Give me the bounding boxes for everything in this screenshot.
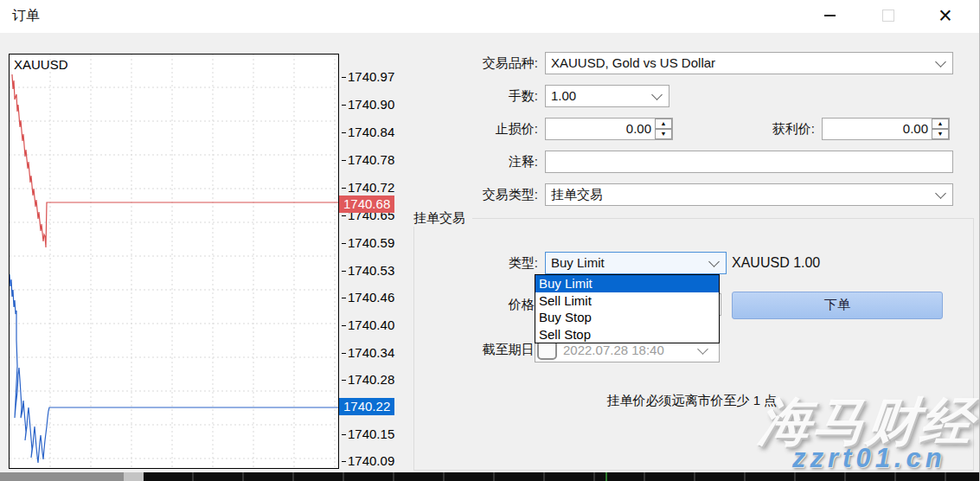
comment-input[interactable] — [545, 151, 953, 173]
trade-type-value: 挂单交易 — [551, 187, 603, 202]
chevron-down-icon — [651, 89, 663, 100]
axis-price-label: 1740.09 — [348, 453, 394, 468]
volume-select[interactable]: 1.00 — [545, 85, 669, 107]
spin-up-icon[interactable]: ▲ — [655, 119, 672, 129]
chevron-down-icon[interactable] — [697, 343, 708, 355]
ask-price-badge: 1740.68 — [339, 196, 394, 213]
axis-price-label: 1740.72 — [348, 180, 394, 195]
axis-price-label: 1740.40 — [348, 317, 394, 332]
tick-chart: XAUUSD — [9, 54, 339, 469]
chevron-down-icon — [708, 256, 720, 267]
watermark-url: zzrt01.cn — [792, 443, 946, 474]
stop-loss-value: 0.00 — [546, 119, 655, 139]
axis-price-label: 1740.84 — [348, 125, 394, 139]
symbol-value: XAUUSD, Gold vs US Dollar — [551, 55, 715, 70]
minimize-icon — [824, 15, 836, 16]
axis-tick — [605, 472, 607, 481]
chevron-down-icon — [935, 188, 946, 199]
maximize-button[interactable] — [868, 0, 908, 31]
tick-chart-canvas — [10, 55, 338, 468]
spin-down-icon[interactable]: ▼ — [932, 129, 949, 139]
volume-value: 1.00 — [551, 88, 576, 103]
axis-price-label: 1740.34 — [348, 345, 394, 360]
order-type-dropdown-list: Buy Limit Sell Limit Buy Stop Sell Stop — [535, 274, 720, 343]
axis-price-label: 1740.97 — [348, 69, 394, 84]
close-button[interactable]: × — [926, 0, 965, 31]
stop-loss-label: 止损价: — [415, 118, 538, 140]
close-icon: × — [938, 4, 952, 28]
dropdown-option-buy-stop[interactable]: Buy Stop — [535, 309, 719, 326]
take-profit-value: 0.00 — [823, 119, 932, 139]
stop-loss-spinner: ▲ ▼ — [655, 119, 672, 139]
axis-price-label: 1740.46 — [348, 290, 394, 305]
title-bar: 订单 × — [0, 0, 979, 33]
order-summary: XAUUSD 1.00 — [732, 252, 820, 274]
window-title: 订单 — [12, 7, 40, 25]
price-label: 价格: — [415, 293, 538, 316]
take-profit-label: 获利价: — [692, 118, 815, 140]
dropdown-option-sell-stop[interactable]: Sell Stop — [535, 326, 719, 343]
order-type-select[interactable]: Buy Limit — [545, 252, 727, 274]
trade-type-label: 交易类型: — [415, 183, 538, 206]
symbol-select[interactable]: XAUUSD, Gold vs US Dollar — [545, 52, 953, 74]
place-order-button[interactable]: 下单 — [732, 292, 943, 319]
order-dialog: 订单 × XAUUSD 1740.971740.901740.841740.78… — [0, 0, 980, 481]
chart-symbol-label: XAUUSD — [14, 57, 68, 72]
axis-price-label: 1740.28 — [348, 372, 394, 387]
expiry-value: 2022.07.28 18:40 — [557, 343, 699, 357]
axis-price-label: 1740.78 — [348, 152, 394, 167]
dropdown-option-buy-limit[interactable]: Buy Limit — [535, 275, 719, 292]
spin-up-icon[interactable]: ▲ — [932, 119, 949, 129]
bid-line — [10, 274, 338, 463]
axis-price-label: 1740.53 — [348, 263, 394, 278]
take-profit-input[interactable]: 0.00 ▲ ▼ — [822, 118, 950, 140]
expiry-label: 截至期日: — [415, 338, 538, 361]
order-type-value: Buy Limit — [551, 255, 605, 270]
minimize-button[interactable] — [810, 0, 849, 31]
group-title: 挂单交易 — [413, 210, 472, 227]
maximize-icon — [882, 10, 894, 22]
comment-label: 注释: — [415, 151, 538, 173]
symbol-label: 交易品种: — [415, 52, 538, 74]
ask-line — [12, 74, 338, 247]
chevron-down-icon — [935, 56, 946, 67]
bid-price-badge: 1740.22 — [339, 398, 394, 415]
taskbar-segment — [124, 472, 144, 481]
price-axis: 1740.971740.901740.841740.781740.721740.… — [339, 54, 396, 474]
take-profit-spinner: ▲ ▼ — [932, 119, 949, 139]
axis-price-label: 1740.15 — [348, 426, 394, 441]
spin-down-icon[interactable]: ▼ — [655, 129, 672, 139]
order-type-label: 类型: — [415, 252, 538, 274]
axis-price-label: 1740.90 — [348, 97, 394, 112]
axis-price-label: 1740.59 — [348, 235, 394, 250]
volume-label: 手数: — [415, 85, 538, 107]
stop-loss-input[interactable]: 0.00 ▲ ▼ — [545, 118, 673, 140]
dropdown-option-sell-limit[interactable]: Sell Limit — [535, 292, 719, 310]
trade-type-select[interactable]: 挂单交易 — [545, 183, 953, 206]
